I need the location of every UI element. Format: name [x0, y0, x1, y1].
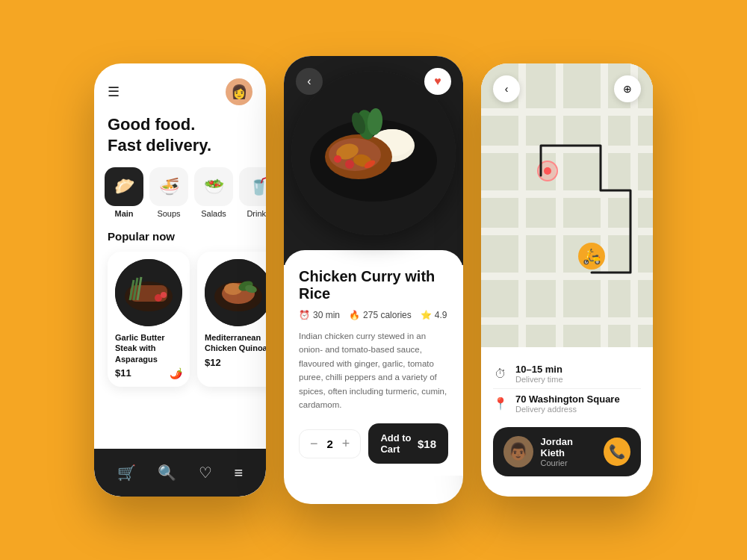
phone1-header: ☰ 👩	[94, 63, 266, 114]
delivery-address-info: 70 Washington Square Delivery address	[515, 393, 620, 414]
cat-main-icon: 🥟	[105, 167, 143, 206]
food-card-quinoa[interactable]: Mediterranean Chicken Quinoa $12	[197, 252, 266, 387]
favorite-button[interactable]: ♥	[424, 68, 451, 95]
cat-salads[interactable]: 🥗 Salads	[194, 167, 233, 218]
cart-actions: − 2 + Add to Cart $18	[299, 423, 448, 464]
back-button[interactable]: ‹	[296, 68, 323, 95]
meta-time: ⏰ 30 min	[299, 310, 340, 320]
courier-info: Jordan Kieth Courier	[541, 436, 597, 467]
qty-plus-button[interactable]: +	[342, 436, 350, 452]
star-icon: ⭐	[421, 310, 432, 320]
chili-icon: 🌶️	[170, 367, 182, 379]
add-cart-price: $18	[418, 438, 436, 450]
phone-home: ☰ 👩 Good food. Fast delivery. 🥟 Main 🍜 S…	[94, 63, 266, 497]
phone-detail: ‹ ♥	[284, 56, 463, 504]
food-card-steak-img	[115, 259, 182, 326]
svg-point-23	[334, 155, 341, 163]
food-card-steak-name: Garlic Butter Steak with Asparagus	[115, 332, 182, 364]
delivery-address-label: Delivery address	[515, 405, 620, 414]
courier-card: 👨🏾 Jordan Kieth Courier 📞	[493, 427, 641, 476]
add-cart-label: Add to Cart	[380, 432, 418, 455]
nav-menu-icon[interactable]: ≡	[235, 464, 244, 482]
nav-favorites-icon[interactable]: ♡	[199, 464, 212, 482]
food-card-steak-price: $11	[115, 367, 131, 379]
delivery-time-row: ⏱ 10–15 min Delivery time	[493, 359, 641, 389]
location-icon: 📍	[493, 396, 508, 411]
avatar[interactable]: 👩	[226, 78, 252, 105]
phone-tracking: 🛵 ‹ ⊕ ⏱ 10–15 min Delivery time 📍	[481, 63, 653, 497]
food-card-quinoa-price: $12	[205, 357, 221, 368]
food-card-quinoa-name: Mediterranean Chicken Quinoa	[205, 332, 266, 354]
delivery-time-info: 10–15 min Delivery time	[515, 364, 563, 384]
quantity-control: − 2 +	[299, 429, 361, 458]
clock-icon: ⏰	[299, 310, 310, 320]
meta-rating: ⭐ 4.9	[421, 310, 447, 320]
food-circle-img	[291, 71, 456, 235]
nav-home-icon[interactable]: 🛒	[117, 464, 136, 482]
meta-cal-text: 275 calories	[363, 310, 412, 320]
route-path	[481, 63, 653, 347]
meta-calories: 🔥 275 calories	[349, 310, 412, 320]
delivery-info-panel: ⏱ 10–15 min Delivery time 📍 70 Washingto…	[481, 347, 653, 488]
food-title: Chicken Curry with Rice	[299, 268, 448, 302]
svg-point-7	[161, 292, 167, 298]
food-card-steak[interactable]: Garlic Butter Steak with Asparagus $11 🌶…	[108, 252, 190, 387]
food-meta: ⏰ 30 min 🔥 275 calories ⭐ 4.9	[299, 310, 448, 320]
cat-main[interactable]: 🥟 Main	[105, 167, 143, 218]
courier-name: Jordan Kieth	[541, 436, 597, 458]
delivery-address-value: 70 Washington Square	[515, 393, 620, 405]
delivery-details: ⏱ 10–15 min Delivery time 📍 70 Washingto…	[493, 359, 641, 418]
delivery-time-value: 10–15 min	[515, 364, 563, 375]
cat-salads-label: Salads	[201, 209, 226, 218]
cat-soups[interactable]: 🍜 Soups	[149, 167, 188, 218]
fire-icon: 🔥	[349, 310, 360, 320]
food-card-steak-bottom: $11 🌶️	[115, 367, 182, 379]
courier-role: Courier	[541, 458, 597, 467]
clock-icon: ⏱	[493, 367, 508, 381]
cat-drinks[interactable]: 🥤 Drinks	[239, 167, 266, 218]
cat-salads-icon: 🥗	[194, 167, 233, 206]
map-crosshair-button[interactable]: ⊕	[614, 75, 641, 102]
headline: Good food. Fast delivery.	[94, 114, 266, 167]
cat-soups-label: Soups	[157, 209, 180, 218]
phones-container: ☰ 👩 Good food. Fast delivery. 🥟 Main 🍜 S…	[94, 56, 653, 504]
cat-main-label: Main	[114, 209, 133, 218]
map-area: 🛵 ‹ ⊕	[481, 63, 653, 347]
delivery-time-label: Delivery time	[515, 375, 563, 384]
qty-minus-button[interactable]: −	[310, 436, 318, 452]
food-card-quinoa-bottom: $12	[205, 357, 266, 368]
food-cards-list: Garlic Butter Steak with Asparagus $11 🌶…	[108, 252, 252, 387]
food-description: Indian chicken curry stewed in an onion-…	[299, 329, 448, 411]
page-title: Good food. Fast delivery.	[108, 114, 252, 155]
map-top-buttons: ‹ ⊕	[493, 75, 641, 102]
food-detail-content: Chicken Curry with Rice ⏰ 30 min 🔥 275 c…	[284, 250, 463, 476]
quantity-display: 2	[327, 438, 333, 450]
menu-icon[interactable]: ☰	[108, 84, 120, 100]
cat-drinks-label: Drinks	[247, 209, 266, 218]
svg-point-22	[345, 160, 354, 169]
food-card-quinoa-img	[205, 259, 266, 326]
nav-search-icon[interactable]: 🔍	[158, 464, 176, 482]
bottom-nav: 🛒 🔍 ♡ ≡	[94, 449, 266, 497]
meta-rating-text: 4.9	[435, 310, 447, 320]
meta-time-text: 30 min	[313, 310, 340, 320]
category-tabs: 🥟 Main 🍜 Soups 🥗 Salads 🥤 Drinks	[94, 167, 266, 218]
popular-section: Popular now	[94, 218, 266, 393]
cat-drinks-icon: 🥤	[239, 167, 266, 206]
cat-soups-icon: 🍜	[149, 167, 188, 206]
call-button[interactable]: 📞	[604, 438, 630, 466]
add-to-cart-button[interactable]: Add to Cart $18	[368, 423, 448, 464]
map-back-button[interactable]: ‹	[493, 75, 520, 102]
popular-title: Popular now	[108, 230, 252, 243]
courier-avatar: 👨🏾	[503, 436, 533, 467]
delivery-address-row: 📍 70 Washington Square Delivery address	[493, 389, 641, 418]
food-image-area: ‹ ♥	[284, 56, 463, 265]
